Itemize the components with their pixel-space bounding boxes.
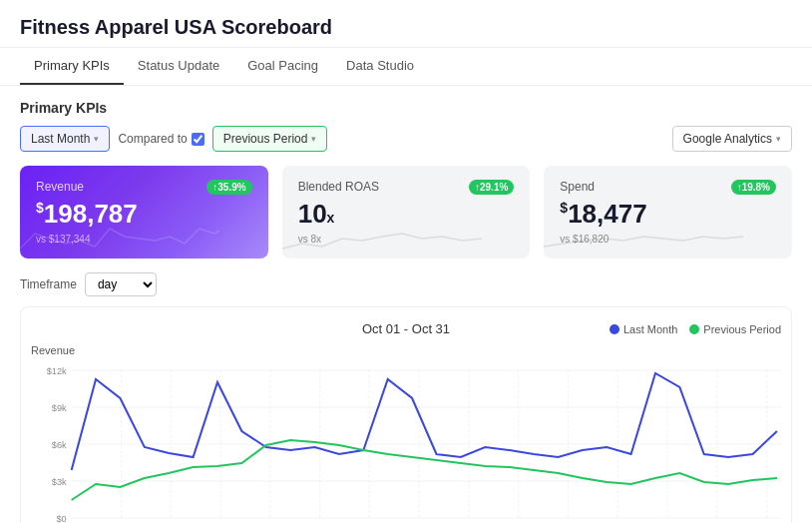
kpi-revenue-badge: ↑35.9%	[206, 180, 251, 195]
chart-area: Revenue $12k $9k $6k $3k $0	[31, 344, 781, 523]
kpi-card-blended-roas: Blended ROAS ↑29.1% 10x vs 8x	[282, 166, 531, 259]
previous-period-chevron-icon: ▾	[311, 134, 316, 144]
compared-to-checkbox[interactable]	[192, 133, 204, 146]
chart-svg: $12k $9k $6k $3k $0	[31, 360, 781, 523]
google-analytics-label: Google Analytics	[683, 132, 772, 146]
kpi-spend-label: Spend	[560, 180, 595, 194]
svg-text:$3k: $3k	[52, 477, 67, 487]
previous-period-label: Previous Period	[223, 132, 308, 146]
nav-item-goal-pacing[interactable]: Goal Pacing	[233, 48, 332, 85]
period-filter-button[interactable]: Last Month ▾	[20, 126, 110, 152]
kpi-cards-row: Revenue ↑35.9% $198,787 vs $137,344 Blen…	[20, 166, 792, 259]
svg-text:$6k: $6k	[52, 440, 67, 450]
kpi-spend-badge: ↑19.8%	[731, 180, 776, 195]
compared-to-label: Compared to	[118, 132, 187, 146]
previous-period-filter-button[interactable]: Previous Period ▾	[212, 126, 328, 152]
chart-y-label: Revenue	[31, 344, 781, 356]
legend-last-month: Last Month	[609, 323, 677, 335]
nav-item-primary-kpis[interactable]: Primary KPIs	[20, 48, 124, 85]
timeframe-row: Timeframe day week month	[20, 272, 792, 296]
google-analytics-chevron-icon: ▾	[776, 134, 781, 144]
chart-container: Oct 01 - Oct 31 Last Month Previous Peri…	[20, 306, 792, 523]
chart-title: Oct 01 - Oct 31	[362, 321, 450, 336]
section-title: Primary KPIs	[20, 100, 792, 116]
kpi-card-spend: Spend ↑19.8% $18,477 vs $16,820	[544, 166, 792, 259]
timeframe-label: Timeframe	[20, 277, 77, 291]
kpi-card-revenue: Revenue ↑35.9% $198,787 vs $137,344	[20, 166, 268, 259]
legend-last-month-label: Last Month	[623, 323, 677, 335]
legend-dot-previous-period	[689, 324, 699, 334]
kpi-revenue-label: Revenue	[36, 180, 84, 194]
filters-row: Last Month ▾ Compared to Previous Period…	[20, 126, 792, 152]
legend-previous-period: Previous Period	[689, 323, 781, 335]
kpi-blended-label: Blended ROAS	[298, 180, 379, 194]
timeframe-select[interactable]: day week month	[85, 272, 157, 296]
main-nav: Primary KPIs Status Update Goal Pacing D…	[0, 48, 812, 86]
period-filter-label: Last Month	[31, 132, 90, 146]
compared-to-wrapper: Compared to	[118, 132, 203, 146]
page-title: Fitness Apparel USA Scoreboard	[20, 16, 792, 39]
kpi-blended-badge: ↑29.1%	[469, 180, 514, 195]
nav-item-data-studio[interactable]: Data Studio	[332, 48, 428, 85]
svg-text:$0: $0	[56, 514, 66, 523]
legend-dot-last-month	[609, 324, 619, 334]
google-analytics-button[interactable]: Google Analytics ▾	[672, 126, 792, 152]
legend-previous-period-label: Previous Period	[703, 323, 781, 335]
svg-text:$12k: $12k	[47, 366, 67, 376]
svg-text:$9k: $9k	[52, 403, 67, 413]
chart-legend: Last Month Previous Period	[609, 323, 781, 335]
period-filter-chevron-icon: ▾	[94, 134, 99, 144]
nav-item-status-update[interactable]: Status Update	[124, 48, 233, 85]
